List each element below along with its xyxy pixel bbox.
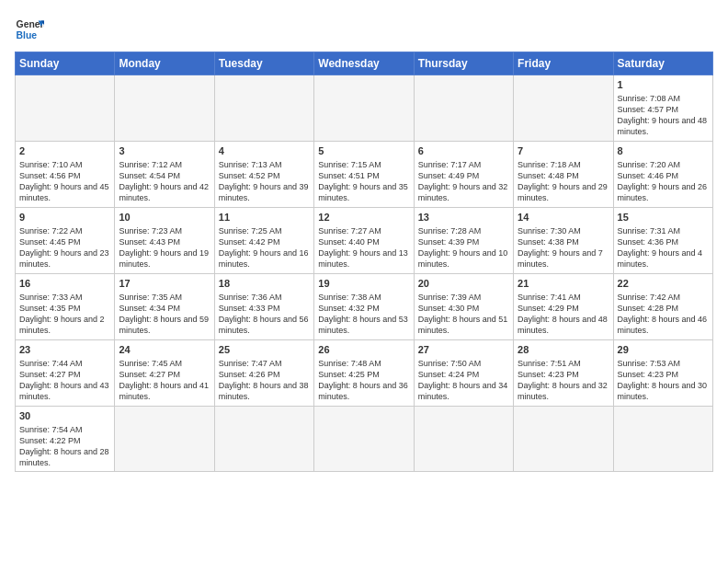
day-number: 26 <box>318 343 409 357</box>
day-number: 9 <box>19 211 110 224</box>
table-row <box>414 75 513 142</box>
table-row: 8Sunrise: 7:20 AM Sunset: 4:46 PM Daylig… <box>613 142 712 208</box>
day-info: Sunrise: 7:33 AM Sunset: 4:35 PM Dayligh… <box>19 292 110 337</box>
day-number: 4 <box>219 144 310 158</box>
svg-text:Blue: Blue <box>17 30 38 40</box>
day-number: 14 <box>518 211 609 224</box>
day-info: Sunrise: 7:28 AM Sunset: 4:39 PM Dayligh… <box>418 225 509 270</box>
table-row: 12Sunrise: 7:27 AM Sunset: 4:40 PM Dayli… <box>314 208 414 274</box>
day-number: 17 <box>119 277 210 291</box>
day-number: 5 <box>318 144 409 158</box>
day-info: Sunrise: 7:13 AM Sunset: 4:52 PM Dayligh… <box>219 159 310 204</box>
table-row: 4Sunrise: 7:13 AM Sunset: 4:52 PM Daylig… <box>214 142 313 208</box>
day-info: Sunrise: 7:50 AM Sunset: 4:24 PM Dayligh… <box>418 358 509 403</box>
table-row <box>115 407 214 472</box>
table-row: 17Sunrise: 7:35 AM Sunset: 4:34 PM Dayli… <box>115 274 214 340</box>
header-sunday: Sunday <box>16 52 115 75</box>
header-friday: Friday <box>514 52 613 75</box>
day-number: 27 <box>418 343 509 357</box>
day-info: Sunrise: 7:22 AM Sunset: 4:45 PM Dayligh… <box>19 225 110 270</box>
table-row: 24Sunrise: 7:45 AM Sunset: 4:27 PM Dayli… <box>115 340 214 407</box>
day-info: Sunrise: 7:51 AM Sunset: 4:23 PM Dayligh… <box>518 358 609 403</box>
day-info: Sunrise: 7:30 AM Sunset: 4:38 PM Dayligh… <box>518 225 609 270</box>
day-number: 20 <box>418 277 509 291</box>
day-number: 30 <box>19 409 110 423</box>
table-row: 3Sunrise: 7:12 AM Sunset: 4:54 PM Daylig… <box>115 142 214 208</box>
table-row: 13Sunrise: 7:28 AM Sunset: 4:39 PM Dayli… <box>414 208 513 274</box>
table-row <box>16 75 115 142</box>
table-row: 5Sunrise: 7:15 AM Sunset: 4:51 PM Daylig… <box>314 142 414 208</box>
day-info: Sunrise: 7:54 AM Sunset: 4:22 PM Dayligh… <box>19 424 110 469</box>
table-row <box>314 407 414 472</box>
day-info: Sunrise: 7:48 AM Sunset: 4:25 PM Dayligh… <box>318 358 409 403</box>
table-row: 11Sunrise: 7:25 AM Sunset: 4:42 PM Dayli… <box>214 208 313 274</box>
table-row: 1Sunrise: 7:08 AM Sunset: 4:57 PM Daylig… <box>613 75 712 142</box>
table-row: 29Sunrise: 7:53 AM Sunset: 4:23 PM Dayli… <box>613 340 712 407</box>
logo: General Blue <box>15 15 44 44</box>
day-number: 6 <box>418 144 509 158</box>
table-row: 26Sunrise: 7:48 AM Sunset: 4:25 PM Dayli… <box>314 340 414 407</box>
day-number: 1 <box>618 78 709 92</box>
page-header: General Blue <box>15 15 713 44</box>
table-row: 9Sunrise: 7:22 AM Sunset: 4:45 PM Daylig… <box>16 208 115 274</box>
day-info: Sunrise: 7:17 AM Sunset: 4:49 PM Dayligh… <box>418 159 509 204</box>
table-row: 2Sunrise: 7:10 AM Sunset: 4:56 PM Daylig… <box>16 142 115 208</box>
day-number: 16 <box>19 277 110 291</box>
day-number: 13 <box>418 211 509 224</box>
calendar-row: 30Sunrise: 7:54 AM Sunset: 4:22 PM Dayli… <box>16 407 713 472</box>
table-row <box>514 75 613 142</box>
day-info: Sunrise: 7:35 AM Sunset: 4:34 PM Dayligh… <box>119 292 210 337</box>
table-row: 19Sunrise: 7:38 AM Sunset: 4:32 PM Dayli… <box>314 274 414 340</box>
day-info: Sunrise: 7:42 AM Sunset: 4:28 PM Dayligh… <box>618 292 709 337</box>
day-number: 10 <box>119 211 210 224</box>
table-row: 10Sunrise: 7:23 AM Sunset: 4:43 PM Dayli… <box>115 208 214 274</box>
day-info: Sunrise: 7:53 AM Sunset: 4:23 PM Dayligh… <box>618 358 709 403</box>
table-row: 14Sunrise: 7:30 AM Sunset: 4:38 PM Dayli… <box>514 208 613 274</box>
header-tuesday: Tuesday <box>214 52 313 75</box>
day-number: 8 <box>618 144 709 158</box>
table-row <box>214 75 313 142</box>
table-row <box>115 75 214 142</box>
header-wednesday: Wednesday <box>314 52 414 75</box>
weekday-header-row: Sunday Monday Tuesday Wednesday Thursday… <box>16 52 713 75</box>
day-number: 22 <box>618 277 709 291</box>
day-number: 3 <box>119 144 210 158</box>
table-row: 6Sunrise: 7:17 AM Sunset: 4:49 PM Daylig… <box>414 142 513 208</box>
table-row: 25Sunrise: 7:47 AM Sunset: 4:26 PM Dayli… <box>214 340 313 407</box>
day-info: Sunrise: 7:27 AM Sunset: 4:40 PM Dayligh… <box>318 225 409 270</box>
day-info: Sunrise: 7:15 AM Sunset: 4:51 PM Dayligh… <box>318 159 409 204</box>
day-number: 18 <box>219 277 310 291</box>
day-number: 2 <box>19 144 110 158</box>
day-number: 15 <box>618 211 709 224</box>
table-row <box>214 407 313 472</box>
day-info: Sunrise: 7:08 AM Sunset: 4:57 PM Dayligh… <box>618 93 709 138</box>
table-row: 16Sunrise: 7:33 AM Sunset: 4:35 PM Dayli… <box>16 274 115 340</box>
table-row: 15Sunrise: 7:31 AM Sunset: 4:36 PM Dayli… <box>613 208 712 274</box>
calendar-row: 16Sunrise: 7:33 AM Sunset: 4:35 PM Dayli… <box>16 274 713 340</box>
table-row: 23Sunrise: 7:44 AM Sunset: 4:27 PM Dayli… <box>16 340 115 407</box>
logo-icon: General Blue <box>15 15 44 44</box>
day-number: 7 <box>518 144 609 158</box>
day-info: Sunrise: 7:44 AM Sunset: 4:27 PM Dayligh… <box>19 358 110 403</box>
day-number: 23 <box>19 343 110 357</box>
day-number: 29 <box>618 343 709 357</box>
day-info: Sunrise: 7:23 AM Sunset: 4:43 PM Dayligh… <box>119 225 210 270</box>
day-info: Sunrise: 7:45 AM Sunset: 4:27 PM Dayligh… <box>119 358 210 403</box>
day-number: 24 <box>119 343 210 357</box>
table-row <box>314 75 414 142</box>
day-info: Sunrise: 7:12 AM Sunset: 4:54 PM Dayligh… <box>119 159 210 204</box>
header-monday: Monday <box>115 52 214 75</box>
table-row <box>514 407 613 472</box>
day-info: Sunrise: 7:20 AM Sunset: 4:46 PM Dayligh… <box>618 159 709 204</box>
table-row <box>414 407 513 472</box>
calendar-row: 1Sunrise: 7:08 AM Sunset: 4:57 PM Daylig… <box>16 75 713 142</box>
day-info: Sunrise: 7:38 AM Sunset: 4:32 PM Dayligh… <box>318 292 409 337</box>
day-info: Sunrise: 7:36 AM Sunset: 4:33 PM Dayligh… <box>219 292 310 337</box>
day-number: 28 <box>518 343 609 357</box>
day-number: 25 <box>219 343 310 357</box>
table-row: 22Sunrise: 7:42 AM Sunset: 4:28 PM Dayli… <box>613 274 712 340</box>
day-info: Sunrise: 7:39 AM Sunset: 4:30 PM Dayligh… <box>418 292 509 337</box>
calendar-row: 23Sunrise: 7:44 AM Sunset: 4:27 PM Dayli… <box>16 340 713 407</box>
day-number: 19 <box>318 277 409 291</box>
header-thursday: Thursday <box>414 52 513 75</box>
